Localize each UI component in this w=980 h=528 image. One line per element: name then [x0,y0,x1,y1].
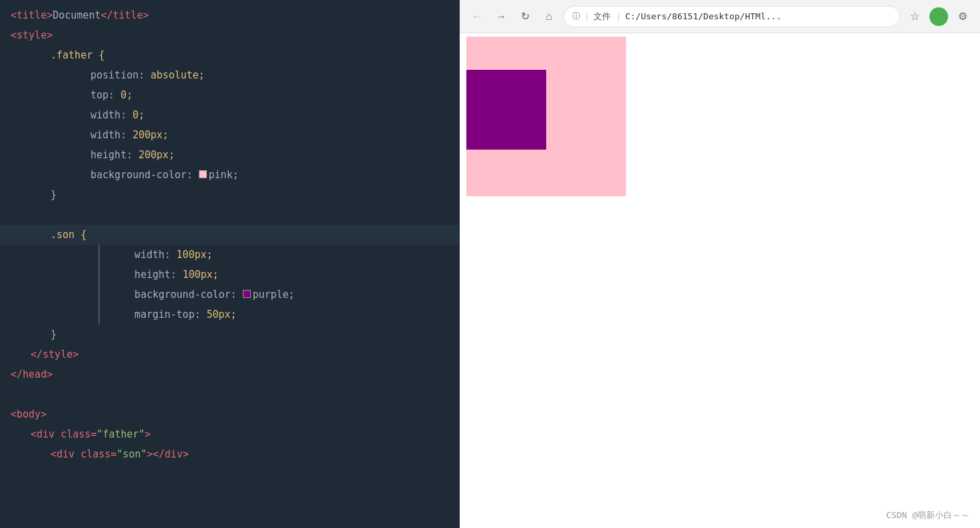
browser-content: CSDN @萌新小白～～ [460,33,980,528]
code-tag: > [145,424,151,444]
browser-panel: ← → ↻ ⌂ ⓘ | 文件 | C:/Users/86151/Desktop/… [460,0,980,528]
code-selector: .father { [51,45,104,65]
color-swatch-purple [243,290,251,298]
code-line: width: 100px; [100,245,459,265]
code-prop: margin-top: [110,305,207,325]
code-tag: <title> [11,5,53,25]
code-val: 50px; [207,305,237,325]
code-line: width: 0; [0,105,459,125]
code-prop: height: [110,265,182,285]
code-line: height: 200px; [0,145,459,165]
code-prop: position: [90,65,150,85]
code-val: 200px; [138,145,174,165]
info-icon: ⓘ [572,11,580,22]
code-area: <title>Document</title> <style> .father … [0,0,459,469]
code-line: <div class="father"> [0,424,459,444]
son-box [466,70,546,150]
code-val: purple; [253,285,295,305]
code-line-empty [0,205,459,225]
address-path: C:/Users/86151/Desktop/HTMl... [625,11,782,21]
code-tag: <div [31,424,61,444]
code-line: <title>Document</title> [0,5,459,25]
code-attr-val: "son" [116,444,146,464]
avatar [929,7,948,26]
code-val: absolute; [150,65,204,85]
code-line-empty [0,384,459,404]
code-line: top: 0; [0,85,459,105]
code-line: position: absolute; [0,65,459,85]
code-val: 0; [120,85,132,105]
code-selector-son: .son { [51,225,86,245]
code-prop: width: [92,245,176,265]
code-line: .father { [0,45,459,65]
address-separator: | [584,11,589,21]
code-line: </head> [0,364,459,384]
refresh-button[interactable]: ↻ [516,7,534,26]
bookmark-button[interactable]: ☆ [905,7,924,26]
code-line: margin-top: 50px; [100,305,459,325]
code-attr-name: class= [81,444,116,464]
son-bracket-group: width: 100px; height: 100px; background-… [98,245,459,325]
code-line: } [0,185,459,205]
color-swatch-pink [199,170,207,178]
code-tag: </title> [100,5,148,25]
address-bar-pipe: | [616,11,621,21]
code-line: background-color: pink; [0,165,459,185]
csdn-watermark: CSDN @萌新小白～～ [886,509,969,521]
code-tag: <style> [11,25,53,45]
code-attr-val: "father" [96,424,144,444]
code-brace: } [51,185,57,205]
code-prop: width: [90,125,132,145]
code-val: 200px; [132,125,168,145]
code-tag: </head> [11,364,53,384]
home-button[interactable]: ⌂ [540,7,558,26]
code-val: 100px; [182,265,218,285]
father-box [466,37,626,196]
code-line: height: 100px; [100,265,459,285]
code-line: background-color: purple; [100,285,459,305]
browser-toolbar: ← → ↻ ⌂ ⓘ | 文件 | C:/Users/86151/Desktop/… [460,0,980,33]
code-tag: <body> [11,404,47,424]
code-val: pink; [209,165,239,185]
code-line: } [0,325,459,344]
address-bar[interactable]: ⓘ | 文件 | C:/Users/86151/Desktop/HTMl... [564,6,900,27]
code-editor: <title>Document</title> <style> .father … [0,0,459,528]
code-brace: } [51,325,57,344]
code-val: 100px; [176,245,212,265]
settings-button[interactable]: ⚙ [953,7,972,26]
code-prop: height: [90,145,138,165]
code-tag: <div [51,444,81,464]
code-prop: top: [90,85,120,105]
code-line: <div class="son"></div> [0,444,459,464]
toolbar-right: ☆ ⚙ [905,7,972,26]
code-tag: ></div> [147,444,189,464]
code-text: Document [53,5,100,25]
code-prop: width: [90,105,132,125]
code-attr-name: class= [61,424,96,444]
code-prop: background-color: [90,165,199,185]
code-line: <style> [0,25,459,45]
code-tag: </style> [31,344,79,364]
forward-button[interactable]: → [492,7,510,26]
code-val: 0; [132,105,144,125]
code-line: <body> [0,404,459,424]
code-line-son: .son { [0,225,459,245]
back-button[interactable]: ← [468,7,486,26]
code-line: width: 200px; [0,125,459,145]
code-line: </style> [0,344,459,364]
address-domain: 文件 [593,11,611,23]
code-prop: background-color: [110,285,243,305]
